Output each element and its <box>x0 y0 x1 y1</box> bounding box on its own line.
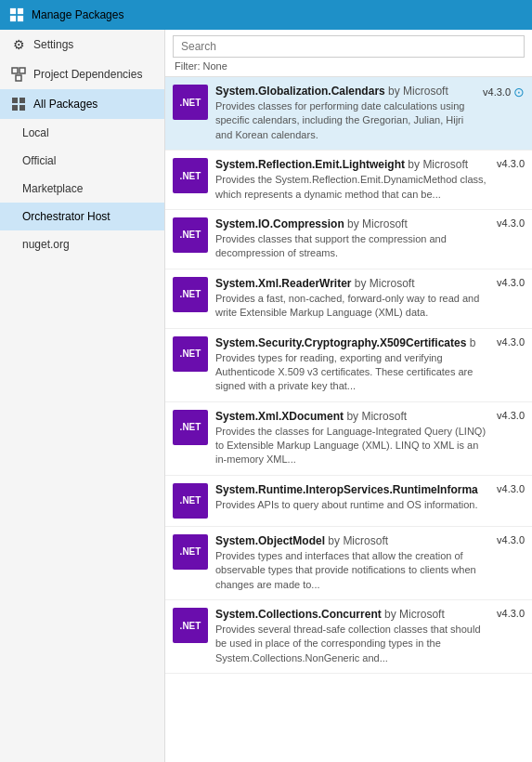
svg-rect-1 <box>18 8 23 14</box>
package-info: System.IO.Compression by MicrosoftProvid… <box>215 217 489 261</box>
sidebar-item-local-label: Local <box>22 126 49 139</box>
svg-rect-3 <box>18 16 23 21</box>
package-name: System.Security.Cryptography.X509Certifi… <box>215 336 466 349</box>
package-title-line: System.Xml.ReaderWriter by Microsoft <box>215 277 489 290</box>
package-title-line: System.Reflection.Emit.Lightweight by Mi… <box>215 158 489 171</box>
sidebar-item-official[interactable]: Official <box>0 147 164 175</box>
svg-rect-5 <box>19 68 25 73</box>
package-author: Microsoft <box>361 410 407 423</box>
version-text: v4.3.0 <box>497 217 525 229</box>
package-item[interactable]: .NETSystem.Runtime.InteropServices.Runti… <box>165 476 532 527</box>
package-item[interactable]: .NETSystem.IO.Compression by MicrosoftPr… <box>165 210 532 269</box>
package-by: by <box>325 534 343 547</box>
net-badge: .NET <box>173 608 208 643</box>
filter-text: Filter: None <box>173 58 525 74</box>
sidebar-item-orchestrator-host[interactable]: Orchestrator Host <box>0 203 164 230</box>
sidebar: Settings Project Dependencies <box>0 30 165 762</box>
version-text: v4.3.0 <box>497 336 525 348</box>
sidebar-item-settings-label: Settings <box>33 38 73 51</box>
svg-rect-0 <box>10 8 16 14</box>
package-item[interactable]: .NETSystem.ObjectModel by MicrosoftProvi… <box>165 527 532 600</box>
sidebar-item-nuget[interactable]: nuget.org <box>0 230 164 258</box>
package-description: Provides APIs to query about runtime and… <box>215 498 489 512</box>
package-by: by <box>405 158 422 171</box>
svg-rect-4 <box>12 68 18 73</box>
package-version: v4.3.0 <box>497 336 525 348</box>
package-author: Microsoft <box>362 217 408 230</box>
grid-icon <box>11 97 26 112</box>
version-text: v4.3.0 <box>497 277 525 288</box>
version-text: v4.3.0 <box>483 86 511 98</box>
package-name: System.Runtime.InteropServices.RuntimeIn… <box>215 483 478 496</box>
package-description: Provides the classes for Language-Integr… <box>215 425 489 467</box>
sidebar-item-all-packages[interactable]: All Packages <box>0 89 164 119</box>
package-name: System.Globalization.Calendars <box>215 85 385 98</box>
sidebar-item-orchestrator-label: Orchestrator Host <box>22 210 110 223</box>
package-description: Provides types for reading, exporting an… <box>215 351 489 394</box>
package-description: Provides several thread-safe collection … <box>215 623 489 665</box>
sidebar-item-marketplace-label: Marketplace <box>22 182 83 195</box>
package-description: Provides the System.Reflection.Emit.Dyna… <box>215 173 489 202</box>
package-version: v4.3.0⊙ <box>483 85 525 99</box>
sidebar-item-all-packages-label: All Packages <box>33 98 97 111</box>
package-description: Provides classes for performing date cal… <box>215 99 475 142</box>
app-icon <box>9 7 24 22</box>
version-text: v4.3.0 <box>497 608 525 619</box>
package-version: v4.3.0 <box>497 277 525 288</box>
package-author: Microsoft <box>399 608 445 621</box>
package-by: by <box>382 608 399 621</box>
net-badge: .NET <box>173 483 208 519</box>
package-item[interactable]: .NETSystem.Xml.XDocument by MicrosoftPro… <box>165 402 532 476</box>
package-name: System.Reflection.Emit.Lightweight <box>215 158 405 171</box>
package-name: System.Xml.XDocument <box>215 410 344 423</box>
package-name: System.Xml.ReaderWriter <box>215 277 352 290</box>
package-item[interactable]: .NETSystem.Security.Cryptography.X509Cer… <box>165 329 532 402</box>
update-icon[interactable]: ⊙ <box>513 85 525 99</box>
package-item[interactable]: .NETSystem.Xml.ReaderWriter by Microsoft… <box>165 269 532 329</box>
content-area: Filter: None .NETSystem.Globalization.Ca… <box>165 30 532 762</box>
package-author: Microsoft <box>403 85 448 98</box>
sidebar-item-local[interactable]: Local <box>0 119 164 147</box>
package-info: System.Globalization.Calendars by Micros… <box>215 85 475 142</box>
package-author: Microsoft <box>343 534 388 547</box>
package-info: System.Xml.XDocument by MicrosoftProvide… <box>215 410 489 467</box>
sidebar-item-settings[interactable]: Settings <box>0 30 164 59</box>
net-badge: .NET <box>173 534 208 570</box>
net-badge: .NET <box>173 277 208 312</box>
package-author: Microsoft <box>422 158 468 171</box>
package-title-line: System.Globalization.Calendars by Micros… <box>215 85 475 98</box>
package-name: System.IO.Compression <box>215 217 344 230</box>
sidebar-item-marketplace[interactable]: Marketplace <box>0 175 164 203</box>
package-by: by <box>352 277 370 290</box>
version-text: v4.3.0 <box>497 534 525 545</box>
searchbar: Filter: None <box>165 30 532 77</box>
package-title-line: System.IO.Compression by Microsoft <box>215 217 489 230</box>
net-badge: .NET <box>173 410 208 445</box>
net-badge: .NET <box>173 85 208 120</box>
gear-icon <box>11 37 26 52</box>
titlebar-title: Manage Packages <box>32 8 123 21</box>
package-item[interactable]: .NETSystem.Globalization.Calendars by Mi… <box>165 77 532 151</box>
net-badge: .NET <box>173 336 208 372</box>
svg-rect-6 <box>16 75 21 81</box>
svg-rect-8 <box>19 98 25 103</box>
titlebar: Manage Packages <box>0 0 532 30</box>
package-info: System.Xml.ReaderWriter by MicrosoftProv… <box>215 277 489 321</box>
search-input[interactable] <box>173 35 525 58</box>
package-item[interactable]: .NETSystem.Reflection.Emit.Lightweight b… <box>165 151 532 210</box>
package-item[interactable]: .NETSystem.Collections.Concurrent by Mic… <box>165 600 532 674</box>
package-by: by <box>344 217 362 230</box>
package-author: Microsoft <box>370 277 415 290</box>
package-info: System.ObjectModel by MicrosoftProvides … <box>215 534 489 592</box>
version-text: v4.3.0 <box>497 158 525 169</box>
package-description: Provides classes that support the compre… <box>215 232 489 261</box>
package-description: Provides types and interfaces that allow… <box>215 549 489 592</box>
svg-rect-2 <box>10 16 16 21</box>
version-text: v4.3.0 <box>497 483 525 494</box>
package-info: System.Security.Cryptography.X509Certifi… <box>215 336 489 394</box>
package-info: System.Collections.Concurrent by Microso… <box>215 608 489 665</box>
sidebar-item-nuget-label: nuget.org <box>22 238 70 251</box>
package-version: v4.3.0 <box>497 483 525 494</box>
package-name: System.ObjectModel <box>215 534 325 547</box>
sidebar-item-project-dependencies[interactable]: Project Dependencies <box>0 59 164 89</box>
